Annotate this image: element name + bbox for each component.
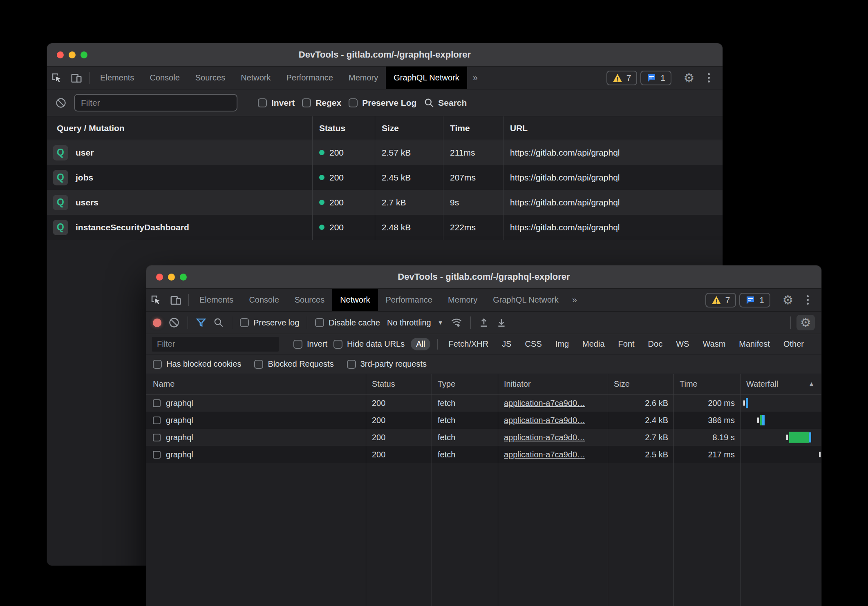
minimize-window-button[interactable] — [168, 274, 175, 281]
zoom-window-button[interactable] — [180, 274, 187, 281]
initiator-link[interactable]: application-a7ca9d0… — [504, 433, 585, 442]
export-har-icon[interactable] — [496, 317, 507, 328]
warnings-badge[interactable]: 7 — [606, 71, 638, 85]
settings-gear-icon[interactable]: ⚙ — [778, 294, 798, 306]
invert-option: Invert — [258, 98, 295, 108]
zoom-window-button[interactable] — [81, 51, 87, 58]
has-blocked-cookies-checkbox[interactable] — [153, 360, 162, 369]
table-row[interactable]: graphql 200 fetch application-a7ca9d0… 2… — [146, 412, 821, 429]
table-row[interactable]: Quser 200 2.57 kB 211ms https://gitlab.c… — [47, 140, 723, 165]
column-header-waterfall[interactable]: Waterfall ▲ — [740, 374, 821, 394]
column-header-status[interactable]: Status — [366, 374, 432, 394]
column-header-time[interactable]: Time — [673, 374, 740, 394]
invert-checkbox[interactable] — [258, 98, 267, 107]
type-value: fetch — [432, 412, 498, 429]
column-header-initiator[interactable]: Initiator — [498, 374, 608, 394]
column-header-status[interactable]: Status — [312, 116, 375, 140]
row-checkbox[interactable] — [153, 417, 161, 424]
traffic-lights — [156, 265, 187, 288]
initiator-link[interactable]: application-a7ca9d0… — [504, 399, 585, 408]
tab-network[interactable]: Network — [332, 289, 378, 311]
clear-icon[interactable] — [55, 97, 67, 109]
type-filter-wasm[interactable]: Wasm — [699, 338, 729, 350]
table-row[interactable]: graphql 200 fetch application-a7ca9d0… 2… — [146, 429, 821, 446]
kebab-menu-icon[interactable] — [798, 295, 817, 305]
settings-gear-icon[interactable]: ⚙ — [679, 72, 699, 84]
record-button[interactable] — [153, 319, 161, 327]
inspect-element-icon[interactable] — [47, 67, 67, 89]
tab-sources[interactable]: Sources — [287, 289, 332, 311]
tab-graphql-network[interactable]: GraphQL Network — [386, 67, 467, 89]
tab-elements[interactable]: Elements — [92, 67, 142, 89]
type-filter-font[interactable]: Font — [615, 338, 638, 350]
preserve-log-checkbox[interactable] — [349, 98, 358, 107]
type-filter-img[interactable]: Img — [552, 338, 573, 350]
hide-data-urls-checkbox[interactable] — [333, 340, 342, 349]
blocked-requests-checkbox[interactable] — [254, 360, 263, 369]
tab-performance[interactable]: Performance — [279, 67, 341, 89]
tab-memory[interactable]: Memory — [341, 67, 386, 89]
type-filter-other[interactable]: Other — [780, 338, 808, 350]
type-filter-fetch-xhr[interactable]: Fetch/XHR — [445, 338, 492, 350]
type-filter-media[interactable]: Media — [579, 338, 608, 350]
type-filter-js[interactable]: JS — [498, 338, 515, 350]
import-har-icon[interactable] — [479, 317, 489, 328]
tab-graphql-network[interactable]: GraphQL Network — [485, 289, 566, 311]
tab-elements[interactable]: Elements — [192, 289, 241, 311]
search-control[interactable]: Search — [424, 98, 467, 108]
clear-icon[interactable] — [168, 317, 180, 328]
type-filter-manifest[interactable]: Manifest — [735, 338, 774, 350]
search-icon[interactable] — [213, 317, 224, 328]
more-tabs-icon[interactable]: » — [467, 67, 483, 89]
device-toolbar-icon[interactable] — [166, 289, 186, 311]
row-checkbox[interactable] — [153, 451, 161, 459]
column-header-name[interactable]: Name — [146, 374, 366, 394]
initiator-link[interactable]: application-a7ca9d0… — [504, 416, 585, 425]
tab-console[interactable]: Console — [142, 67, 187, 89]
table-row[interactable]: Qjobs 200 2.45 kB 207ms https://gitlab.c… — [47, 165, 723, 190]
initiator-link[interactable]: application-a7ca9d0… — [504, 450, 585, 459]
tab-memory[interactable]: Memory — [440, 289, 485, 311]
third-party-requests-checkbox[interactable] — [347, 360, 356, 369]
column-header-size[interactable]: Size — [375, 116, 443, 140]
column-header-query-mutation[interactable]: Query / Mutation — [47, 116, 312, 140]
close-window-button[interactable] — [57, 51, 64, 58]
issues-badge[interactable]: 1 — [640, 71, 671, 85]
invert-checkbox[interactable] — [293, 340, 302, 349]
regex-checkbox[interactable] — [302, 98, 311, 107]
tab-network[interactable]: Network — [233, 67, 278, 89]
row-checkbox[interactable] — [153, 399, 161, 407]
type-filter-all[interactable]: All — [411, 338, 430, 350]
column-header-type[interactable]: Type — [432, 374, 498, 394]
throttling-dropdown[interactable]: No throttling ▼ — [387, 318, 443, 328]
table-row[interactable]: QinstanceSecurityDashboard 200 2.48 kB 2… — [47, 215, 723, 240]
filter-input[interactable] — [152, 337, 279, 352]
panel-settings-gear-icon[interactable]: ⚙ — [796, 315, 815, 330]
tab-console[interactable]: Console — [241, 289, 286, 311]
row-checkbox[interactable] — [153, 434, 161, 441]
more-tabs-icon[interactable]: » — [566, 289, 583, 311]
tab-sources[interactable]: Sources — [188, 67, 233, 89]
type-filter-css[interactable]: CSS — [521, 338, 546, 350]
type-filter-ws[interactable]: WS — [672, 338, 693, 350]
preserve-log-checkbox[interactable] — [240, 318, 249, 327]
tab-performance[interactable]: Performance — [378, 289, 441, 311]
column-header-size[interactable]: Size — [608, 374, 673, 394]
close-window-button[interactable] — [156, 274, 163, 281]
disable-cache-checkbox[interactable] — [315, 318, 324, 327]
column-header-time[interactable]: Time — [443, 116, 503, 140]
type-filter-doc[interactable]: Doc — [644, 338, 667, 350]
kebab-menu-icon[interactable] — [699, 73, 718, 82]
network-conditions-icon[interactable] — [450, 317, 463, 328]
issues-badge[interactable]: 1 — [739, 293, 770, 307]
device-toolbar-icon[interactable] — [67, 67, 86, 89]
inspect-element-icon[interactable] — [146, 289, 166, 311]
warnings-badge[interactable]: 7 — [705, 293, 736, 307]
column-header-url[interactable]: URL — [503, 116, 723, 140]
table-row[interactable]: Qusers 200 2.7 kB 9s https://gitlab.com/… — [47, 190, 723, 215]
minimize-window-button[interactable] — [69, 51, 76, 58]
table-row[interactable]: graphql 200 fetch application-a7ca9d0… 2… — [146, 446, 821, 463]
filter-funnel-icon[interactable] — [196, 317, 206, 328]
filter-input[interactable] — [74, 94, 237, 111]
table-row[interactable]: graphql 200 fetch application-a7ca9d0… 2… — [146, 394, 821, 412]
